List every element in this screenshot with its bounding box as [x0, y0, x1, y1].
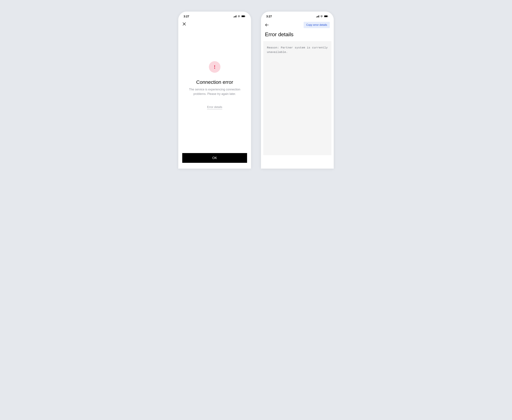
svg-rect-10	[319, 15, 319, 17]
status-time: 3:27	[266, 15, 272, 18]
error-title: Connection error	[196, 79, 233, 85]
cellular-icon	[234, 15, 237, 18]
svg-rect-3	[236, 15, 237, 17]
phone-screen-details: 3:27 Copy error details Error details Re…	[261, 12, 334, 169]
wifi-icon	[237, 15, 240, 18]
status-bar: 3:27	[261, 12, 334, 20]
ok-button[interactable]: OK	[182, 153, 247, 163]
status-time: 3:27	[183, 15, 189, 18]
svg-rect-9	[318, 16, 318, 17]
error-subtitle: The service is experiencing connection p…	[185, 87, 245, 96]
battery-icon	[241, 15, 246, 18]
svg-rect-13	[328, 16, 328, 17]
nav-bar	[178, 20, 251, 28]
svg-rect-12	[324, 15, 328, 17]
back-button[interactable]	[265, 23, 269, 27]
svg-rect-2	[235, 16, 236, 17]
status-icons	[316, 15, 329, 18]
close-button[interactable]	[182, 22, 186, 26]
battery-icon	[324, 15, 329, 18]
page-title: Error details	[261, 30, 334, 41]
svg-rect-6	[245, 16, 245, 17]
phone-screen-error: 3:27 ! Connection error The service is e…	[178, 12, 251, 169]
back-arrow-icon	[265, 24, 268, 26]
error-details-text: Reason: Partner system is currently unav…	[263, 41, 331, 155]
error-content: ! Connection error The service is experi…	[178, 61, 251, 109]
close-icon	[183, 22, 186, 25]
svg-rect-1	[234, 16, 235, 17]
error-details-link[interactable]: Error details	[207, 105, 222, 109]
error-icon-circle: !	[209, 61, 221, 73]
status-bar: 3:27	[178, 12, 251, 20]
nav-bar: Copy error details	[261, 20, 334, 30]
status-icons	[234, 15, 246, 18]
svg-rect-8	[317, 16, 318, 17]
svg-rect-7	[316, 17, 317, 17]
copy-error-details-button[interactable]: Copy error details	[304, 22, 330, 28]
svg-rect-5	[242, 15, 245, 17]
svg-rect-0	[234, 17, 234, 17]
wifi-icon	[320, 15, 323, 18]
exclamation-icon: !	[214, 64, 216, 70]
cellular-icon	[316, 15, 319, 18]
